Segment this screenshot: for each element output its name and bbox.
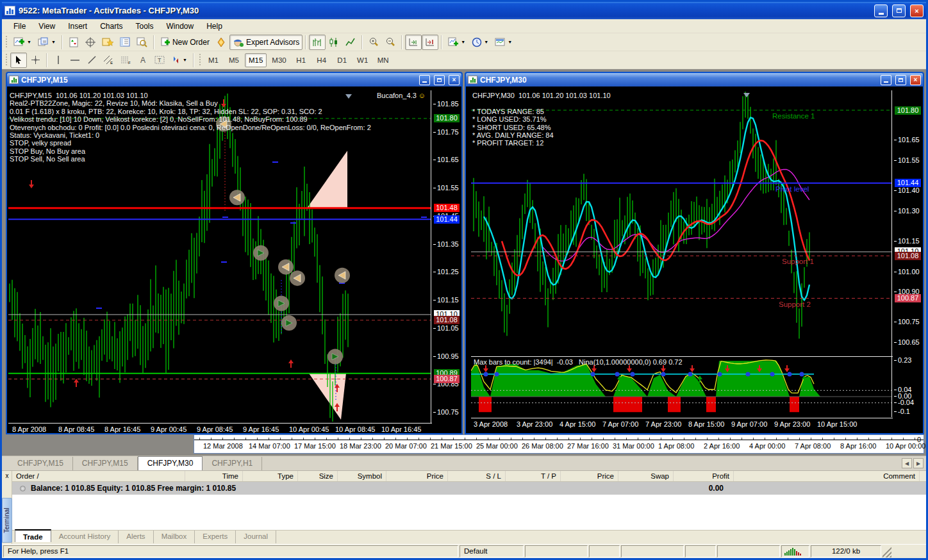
terminal-vertical-tab[interactable]: Terminal [2,498,12,543]
restore-button[interactable] [892,4,906,17]
terminal-tab-experts[interactable]: Experts [195,531,236,543]
chart-tab-1[interactable]: CHFJPY,M15 [8,457,73,470]
toolbar-grip[interactable] [5,36,8,49]
background-chart-axis[interactable]: 0 12 Mar 200814 Mar 07:0017 Mar 15:0018 … [194,434,924,454]
cursor-button[interactable] [10,53,27,68]
time-axis-m15[interactable]: 8 Apr 20088 Apr 08:458 Apr 16:459 Apr 00… [8,423,432,433]
fibonacci-button[interactable]: F [117,53,135,68]
timeframe-button-mn[interactable]: MN [374,53,393,67]
timeframe-button-w1[interactable]: W1 [353,53,372,67]
terminal-column-symbol[interactable]: Symbol [338,471,386,481]
timeframe-button-m15[interactable]: M15 [245,53,267,67]
status-profile[interactable]: Default [460,545,524,557]
price-chart-m15[interactable] [8,90,431,423]
chart-restore-button[interactable] [895,75,906,85]
line-chart-button[interactable] [342,35,359,50]
terminal-tab-journal[interactable]: Journal [236,531,276,543]
crosshair-button[interactable] [27,53,44,68]
new-order-button[interactable]: New Order [157,35,213,50]
menu-item-file[interactable]: File [7,20,32,33]
trendline-button[interactable] [83,53,100,68]
chart-window-m15-titlebar[interactable]: CHFJPY,M15 × [7,73,461,86]
terminal-tab-account-history[interactable]: Account History [51,531,119,543]
text-label-button[interactable]: T [151,53,168,68]
orders-list-empty[interactable] [12,495,926,530]
zoom-in-button[interactable] [365,35,382,50]
timeframe-button-m30[interactable]: M30 [268,53,290,67]
terminal-column-swap[interactable]: Swap [618,471,674,481]
new-chart-button[interactable]: ▼ [10,35,35,50]
price-chart-m30[interactable]: Resistance 1Pivot levelSupport 1Support … [471,90,892,356]
expert-advisors-button[interactable]: Expert Advisors [229,35,302,50]
equidistant-channel-button[interactable]: E [100,53,117,68]
terminal-column-order[interactable]: Order / [12,471,185,481]
terminal-column-price[interactable]: Price [386,471,448,481]
close-button[interactable]: × [910,4,924,17]
timeframe-button-d1[interactable]: D1 [333,53,352,67]
terminal-tab-trade[interactable]: Trade [15,529,51,542]
terminal-column-size[interactable]: Size [298,471,338,481]
toolbar-grip[interactable] [5,54,8,67]
chart-close-button[interactable]: × [910,75,921,85]
tab-scroll-left-icon[interactable]: ◀ [902,458,912,468]
templates-button[interactable]: ▼ [492,35,515,50]
data-window-button[interactable] [82,35,99,50]
menu-item-insert[interactable]: Insert [62,20,94,33]
price-axis-m30[interactable]: 101.65101.55101.40101.30101.15101.00100.… [893,86,923,433]
arrows-button[interactable]: ▼ [168,53,190,68]
chart-tab-3[interactable]: CHFJPY,M30 [138,456,203,470]
indicators-button[interactable]: ▼ [445,35,468,50]
terminal-button[interactable] [117,35,133,50]
price-axis-m15[interactable]: 101.85101.75101.65101.55101.45101.35101.… [432,86,461,433]
terminal-column-tp[interactable]: T / P [506,471,561,481]
chart-area-m30[interactable]: Resistance 1Pivot levelSupport 1Support … [466,86,923,433]
chart-shift-button[interactable] [422,35,438,50]
candlestick-button[interactable] [326,35,342,50]
periods-button[interactable]: ▼ [468,35,492,50]
terminal-column-sl[interactable]: S / L [448,471,506,481]
terminal-column-profit[interactable]: Profit [674,471,734,481]
menu-item-view[interactable]: View [32,20,62,33]
chart-tab-4[interactable]: CHFJPY,H1 [203,457,262,470]
profiles-button[interactable]: ▼ [35,35,59,50]
chart-restore-button[interactable] [434,75,445,85]
chart-minimize-button[interactable] [419,75,430,85]
chart-close-button[interactable]: × [449,75,460,85]
resize-grip[interactable] [882,545,891,557]
timeframe-button-m5[interactable]: M5 [224,53,244,67]
chart-tab-2[interactable]: CHFJPY,M15 [73,457,138,470]
tab-scroll-right-icon[interactable]: ▶ [913,458,924,468]
terminal-column-time[interactable]: Time [185,471,243,481]
timeframe-button-h1[interactable]: H1 [292,53,311,67]
terminal-tab-alerts[interactable]: Alerts [119,531,153,543]
navigator-button[interactable] [99,35,117,50]
menu-item-tools[interactable]: Tools [129,20,160,33]
terminal-close-icon[interactable]: x [3,472,11,480]
horizontal-line-button[interactable] [67,53,83,68]
bar-chart-button[interactable] [309,35,326,50]
toolbar-grip[interactable] [199,54,202,67]
metaeditor-button[interactable] [213,35,229,50]
terminal-column-price[interactable]: Price [561,471,618,481]
time-axis-m30[interactable]: 3 Apr 20083 Apr 23:004 Apr 15:007 Apr 07… [471,418,893,428]
menu-item-charts[interactable]: Charts [94,20,129,33]
zoom-out-button[interactable] [382,35,399,50]
vertical-line-button[interactable] [50,53,67,68]
minimize-button[interactable] [874,4,888,17]
menu-item-window[interactable]: Window [160,20,201,33]
new-order-label: New Order [172,38,210,47]
strategy-tester-button[interactable] [133,35,151,50]
timeframe-button-m1[interactable]: M1 [204,53,223,67]
menu-item-help[interactable]: Help [200,20,229,33]
chart-area-m15[interactable]: CHFJPY,M15 101.06 101.20 101.03 101.10Re… [7,86,461,433]
terminal-column-comment[interactable]: Comment [734,471,920,481]
market-watch-button[interactable] [65,35,82,50]
timeframe-button-h4[interactable]: H4 [312,53,331,67]
auto-scroll-button[interactable] [405,35,422,50]
chart-minimize-button[interactable] [881,75,891,85]
indicator-pane-nina[interactable] [471,357,892,417]
terminal-tab-mailbox[interactable]: Mailbox [154,531,195,543]
text-button[interactable]: A [135,53,151,68]
chart-window-m30-titlebar[interactable]: CHFJPY,M30 × [466,73,923,86]
terminal-column-type[interactable]: Type [243,471,298,481]
